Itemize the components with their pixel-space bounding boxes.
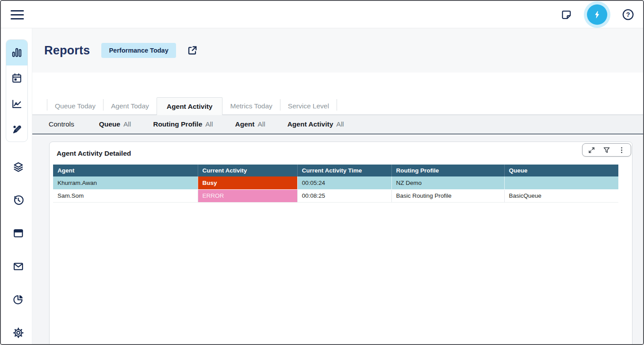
cell-current-activity: Busy bbox=[198, 176, 297, 189]
topbar: ? bbox=[1, 1, 643, 28]
lightning-icon bbox=[587, 4, 607, 25]
column-current-activity-time: Current Activity Time bbox=[297, 165, 391, 176]
cell-routing-profile: Basic Routing Profile bbox=[391, 189, 504, 202]
gear-icon bbox=[12, 327, 24, 339]
cell-current-activity-time: 00:08:25 bbox=[297, 189, 391, 202]
sidebar-item-mail[interactable] bbox=[8, 257, 28, 276]
filter-agent-activity[interactable]: Agent ActivityAll bbox=[288, 120, 344, 128]
tab-queue-today[interactable]: Queue Today bbox=[47, 97, 103, 115]
filter-queue[interactable]: QueueAll bbox=[99, 120, 131, 128]
tab-agent-activity[interactable]: Agent Activity bbox=[157, 97, 223, 115]
cell-current-activity-time: 00:05:24 bbox=[297, 176, 391, 189]
column-routing-profile: Routing Profile bbox=[391, 165, 504, 176]
column-queue: Queue bbox=[504, 165, 618, 176]
browser-window-icon bbox=[12, 227, 24, 239]
controls-bar: Controls QueueAll Routing ProfileAll Age… bbox=[32, 115, 643, 134]
layers-icon bbox=[12, 161, 24, 173]
tab-service-level[interactable]: Service Level bbox=[280, 97, 337, 115]
history-icon bbox=[12, 194, 24, 206]
cell-routing-profile: NZ Demo bbox=[391, 176, 504, 189]
sidebar-item-analytics[interactable] bbox=[8, 290, 28, 309]
sidebar-nav-group bbox=[6, 39, 28, 142]
report-tabs: Queue Today Agent Today Agent Activity M… bbox=[32, 73, 643, 115]
main-area: Reports Performance Today Queue Today Ag… bbox=[32, 28, 643, 344]
sidebar-item-window[interactable] bbox=[8, 223, 28, 243]
performance-today-badge: Performance Today bbox=[101, 43, 176, 58]
content-area: Agent Activity Detailed bbox=[32, 135, 643, 344]
external-link-icon[interactable] bbox=[187, 45, 198, 56]
cell-agent: Khurram.Awan bbox=[53, 176, 198, 189]
agent-activity-card: Agent Activity Detailed bbox=[49, 142, 632, 345]
page-header: Reports Performance Today bbox=[32, 28, 643, 73]
hamburger-menu-icon[interactable] bbox=[11, 8, 24, 21]
page-title: Reports bbox=[44, 44, 90, 58]
expand-icon[interactable] bbox=[587, 146, 596, 154]
sidebar-item-history[interactable] bbox=[8, 190, 28, 210]
agent-activity-table: Agent Current Activity Current Activity … bbox=[53, 165, 618, 203]
filter-routing-profile[interactable]: Routing ProfileAll bbox=[153, 120, 213, 128]
card-title: Agent Activity Detailed bbox=[57, 150, 131, 157]
sidebar-item-schedule[interactable] bbox=[6, 65, 27, 91]
line-chart-icon bbox=[11, 98, 23, 110]
topbar-actions: ? bbox=[560, 1, 634, 28]
tab-agent-today[interactable]: Agent Today bbox=[104, 97, 157, 115]
cell-queue bbox=[504, 176, 618, 189]
bar-chart-icon bbox=[11, 47, 23, 58]
pie-chart-icon bbox=[12, 294, 24, 306]
table-row: Sam.Som ERROR 00:08:25 Basic Routing Pro… bbox=[53, 189, 618, 202]
sidebar-item-reports[interactable] bbox=[6, 40, 27, 65]
help-icon[interactable]: ? bbox=[622, 8, 634, 21]
card-toolbar bbox=[582, 143, 631, 157]
brush-pen-icon bbox=[11, 124, 23, 135]
filter-icon[interactable] bbox=[602, 146, 611, 154]
controls-label: Controls bbox=[49, 120, 74, 128]
table-header-row: Agent Current Activity Current Activity … bbox=[53, 165, 618, 176]
column-current-activity: Current Activity bbox=[198, 165, 297, 176]
sidebar-item-settings[interactable] bbox=[8, 323, 28, 342]
cell-queue: BasicQueue bbox=[504, 189, 618, 202]
sidebar bbox=[1, 28, 32, 344]
tab-metrics-today[interactable]: Metrics Today bbox=[222, 97, 280, 115]
table-row: Khurram.Awan Busy 00:05:24 NZ Demo bbox=[53, 176, 618, 189]
calendar-icon bbox=[11, 73, 23, 84]
lightning-button[interactable] bbox=[584, 1, 610, 28]
cell-agent: Sam.Som bbox=[53, 189, 198, 202]
tab-divider bbox=[337, 99, 337, 111]
sidebar-item-stacks[interactable] bbox=[8, 157, 28, 176]
kebab-menu-icon[interactable] bbox=[617, 146, 626, 154]
cell-current-activity: ERROR bbox=[198, 189, 297, 202]
sidebar-item-designer[interactable] bbox=[6, 117, 27, 142]
envelope-icon bbox=[12, 261, 24, 272]
sidebar-item-metrics[interactable] bbox=[6, 91, 27, 117]
svg-text:?: ? bbox=[626, 11, 630, 18]
app-window: ? bbox=[0, 0, 644, 345]
column-agent: Agent bbox=[53, 165, 198, 176]
filter-agent[interactable]: AgentAll bbox=[235, 120, 265, 128]
notes-icon[interactable] bbox=[560, 9, 572, 21]
